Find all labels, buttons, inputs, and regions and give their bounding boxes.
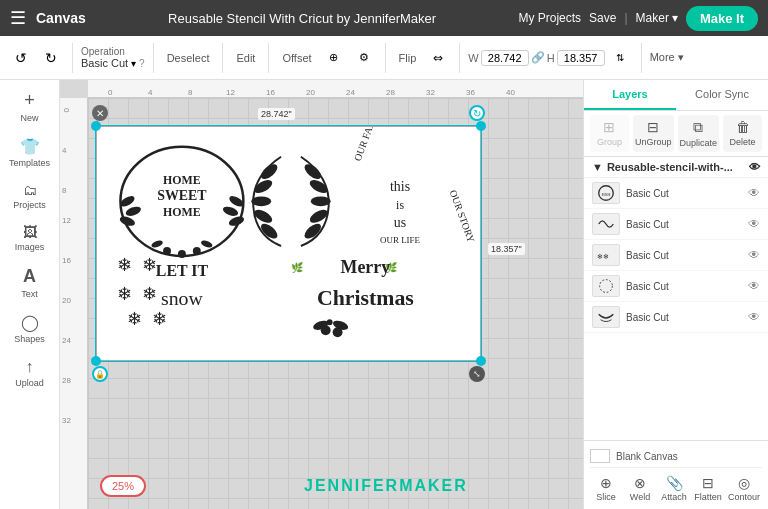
edit-btn[interactable]: Edit <box>231 50 260 66</box>
layer-item-2[interactable]: Basic Cut 👁 <box>584 209 768 240</box>
layer-item-1[interactable]: HSH Basic Cut 👁 <box>584 178 768 209</box>
layer-group-title[interactable]: ▼ Reusable-stencil-with-... 👁 <box>584 157 768 178</box>
svg-text:❄: ❄ <box>152 309 167 329</box>
sidebar-item-projects[interactable]: 🗂 Projects <box>4 176 56 216</box>
group-btn[interactable]: ⊞ Group <box>590 115 629 152</box>
svg-text:this: this <box>390 179 410 194</box>
offset-btn[interactable]: Offset <box>277 50 316 66</box>
projects-icon: 🗂 <box>23 182 37 198</box>
settings-icon-btn[interactable]: ⚙ <box>351 45 377 71</box>
group-arrow-icon: ▼ <box>592 161 603 173</box>
svg-point-8 <box>222 205 240 218</box>
slice-btn[interactable]: ⊕ Slice <box>590 472 622 505</box>
duplicate-label: Duplicate <box>680 138 718 148</box>
svg-point-14 <box>200 239 213 249</box>
canvas-area[interactable]: 0 4 8 12 16 20 24 28 32 36 40 0 4 8 12 1… <box>60 80 583 509</box>
operation-value: Basic Cut <box>81 57 128 69</box>
flip-btn[interactable]: Flip <box>394 50 422 66</box>
layer-item-4[interactable]: Basic Cut 👁 <box>584 271 768 302</box>
attach-icon: 📎 <box>666 475 683 491</box>
contour-btn[interactable]: ◎ Contour <box>726 472 762 505</box>
rotate-handle[interactable]: ↻ <box>469 105 485 121</box>
layer-name-2: Basic Cut <box>626 219 742 230</box>
layer-thumb-2 <box>592 213 620 235</box>
sidebar-item-text[interactable]: A Text <box>4 260 56 305</box>
hamburger-icon[interactable]: ☰ <box>10 7 26 29</box>
redo-btn[interactable]: ↻ <box>38 45 64 71</box>
bottom-panel: Blank Canvas ⊕ Slice ⊗ Weld 📎 Attach ⊟ F… <box>584 440 768 509</box>
expand-handle[interactable]: ⤡ <box>469 366 485 382</box>
svg-point-51 <box>600 280 613 293</box>
tab-color-sync[interactable]: Color Sync <box>676 80 768 110</box>
sidebar-item-new[interactable]: + New <box>4 84 56 129</box>
canvas-color-swatch[interactable] <box>590 449 610 463</box>
canvas-white-area[interactable]: ↻ 🔒 ✕ ⤡ HOME SWEET HOME <box>96 126 481 361</box>
svg-text:us: us <box>394 215 406 230</box>
layer-eye-3[interactable]: 👁 <box>748 248 760 262</box>
svg-point-47 <box>327 319 333 325</box>
height-stepper[interactable]: ⇅ <box>607 45 633 71</box>
ungroup-btn[interactable]: ⊟ UnGroup <box>633 115 674 152</box>
lock-link-icon[interactable]: 🔗 <box>531 51 545 64</box>
layers-list: ▼ Reusable-stencil-with-... 👁 HSH Basic … <box>584 157 768 440</box>
duplicate-btn[interactable]: ⧉ Duplicate <box>678 115 720 152</box>
delete-btn[interactable]: 🗑 Delete <box>723 115 762 152</box>
sidebar-item-images[interactable]: 🖼 Images <box>4 218 56 258</box>
sidebar-item-templates[interactable]: 👕 Templates <box>4 131 56 174</box>
flip-h-icon[interactable]: ⇔ <box>425 45 451 71</box>
ungroup-icon: ⊟ <box>647 119 659 135</box>
layer-thumb-3: ❄❄ <box>592 244 620 266</box>
layer-thumb-5 <box>592 306 620 328</box>
more-btn[interactable]: More ▾ <box>650 51 684 64</box>
save-btn[interactable]: Save <box>589 11 616 25</box>
zoom-badge[interactable]: 25% <box>100 475 146 497</box>
sidebar-item-upload[interactable]: ↑ Upload <box>4 352 56 394</box>
svg-text:OUR LIFE: OUR LIFE <box>380 235 420 245</box>
main-area: + New 👕 Templates 🗂 Projects 🖼 Images A … <box>0 80 768 509</box>
offset-icon-btn[interactable]: ⊕ <box>321 45 347 71</box>
layer-item-5[interactable]: Basic Cut 👁 <box>584 302 768 333</box>
weld-icon: ⊗ <box>634 475 646 491</box>
layer-name-4: Basic Cut <box>626 281 742 292</box>
layer-eye-2[interactable]: 👁 <box>748 217 760 231</box>
tab-layers[interactable]: Layers <box>584 80 676 110</box>
templates-icon: 👕 <box>20 137 40 156</box>
lock-handle[interactable]: 🔒 <box>92 366 108 382</box>
project-title: Reusable Stencil With Cricut by Jennifer… <box>96 11 509 26</box>
layer-eye-4[interactable]: 👁 <box>748 279 760 293</box>
make-it-btn[interactable]: Make It <box>686 6 758 31</box>
help-icon[interactable]: ? <box>139 58 145 69</box>
height-input[interactable] <box>557 50 605 66</box>
deselect-btn[interactable]: Deselect <box>162 50 215 66</box>
undo-btn[interactable]: ↺ <box>8 45 34 71</box>
svg-point-12 <box>193 247 201 255</box>
weld-btn[interactable]: ⊗ Weld <box>624 472 656 505</box>
shapes-icon: ◯ <box>21 313 39 332</box>
attach-btn[interactable]: 📎 Attach <box>658 472 690 505</box>
layer-eye-5[interactable]: 👁 <box>748 310 760 324</box>
new-icon: + <box>24 90 35 111</box>
app-title: Canvas <box>36 10 86 26</box>
toolbar: ↺ ↻ Operation Basic Cut ▾ ? Deselect Edi… <box>0 36 768 80</box>
height-dimension-label: 18.357" <box>488 243 525 255</box>
layer-thumb-4 <box>592 275 620 297</box>
canvas-content[interactable]: 28.742" ↻ 🔒 ✕ ⤡ <box>88 98 583 509</box>
watermark: JENNIFERMAKER <box>304 477 468 495</box>
svg-text:LET IT: LET IT <box>156 262 209 279</box>
sidebar-item-shapes[interactable]: ◯ Shapes <box>4 307 56 350</box>
svg-text:❄❄: ❄❄ <box>597 253 609 261</box>
sidebar-label-text: Text <box>21 289 38 299</box>
delete-icon: 🗑 <box>736 119 750 135</box>
layer-item-3[interactable]: ❄❄ Basic Cut 👁 <box>584 240 768 271</box>
maker-btn[interactable]: Maker ▾ <box>636 11 678 25</box>
group-visibility-icon[interactable]: 👁 <box>749 161 760 173</box>
operation-label: Operation <box>81 46 145 57</box>
layer-thumb-1: HSH <box>592 182 620 204</box>
close-handle[interactable]: ✕ <box>92 105 108 121</box>
height-label: H <box>547 52 555 64</box>
layer-eye-1[interactable]: 👁 <box>748 186 760 200</box>
svg-text:OUR STORY: OUR STORY <box>448 188 477 244</box>
flatten-btn[interactable]: ⊟ Flatten <box>692 472 724 505</box>
width-input[interactable] <box>481 50 529 66</box>
my-projects-btn[interactable]: My Projects <box>518 11 581 25</box>
